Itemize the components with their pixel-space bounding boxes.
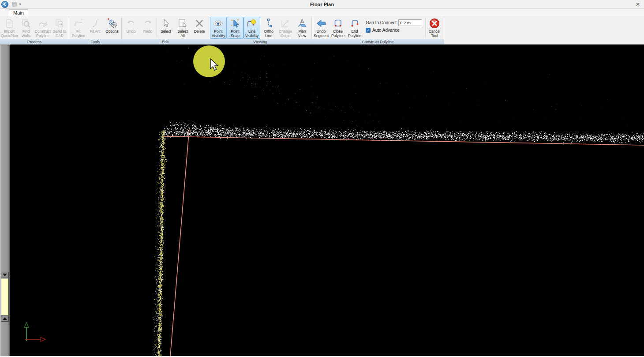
triangle-down-icon	[3, 274, 7, 276]
slider-down-button[interactable]	[1, 272, 9, 278]
close-button[interactable]: ✕	[634, 1, 641, 8]
options-icon: *	[107, 18, 117, 29]
ribbon-group-process: Import QuickPlanFind WallsConstruct Poly…	[0, 16, 69, 44]
ribbon-group-construct-polyline: Undo SegmentClose PolylineEnd PolylineGa…	[312, 16, 444, 44]
polyline-overlay	[0, 45, 644, 356]
group-label: Viewing	[209, 39, 311, 44]
point-snap-icon	[230, 18, 240, 29]
svg-text:A: A	[301, 18, 304, 23]
change-origin-button[interactable]: Change Origin	[277, 17, 294, 39]
button-label: Options	[105, 29, 118, 34]
button-label: Close Polyline	[330, 29, 345, 38]
find-walls-icon	[21, 18, 31, 29]
cancel-tool-icon	[429, 18, 440, 29]
import-quickplan-button[interactable]: Import QuickPlan	[1, 17, 18, 39]
axis-indicator-icon	[18, 309, 71, 349]
ribbon: Import QuickPlanFind WallsConstruct Poly…	[0, 16, 644, 45]
send-to-cad-button[interactable]: Send to CAD	[51, 17, 68, 39]
button-label: Plan View	[295, 29, 310, 38]
ortho-line-icon	[263, 18, 274, 29]
button-label: Point Visibility	[211, 29, 226, 38]
select-icon	[161, 18, 171, 29]
svg-text:*: *	[97, 18, 99, 22]
fit-polyline-icon: *	[73, 18, 84, 29]
button-label: Select	[161, 29, 171, 34]
ribbon-group-viewing: Point VisibilityPoint SnapLine Visibilit…	[209, 16, 312, 44]
cancel-tool-button[interactable]: Cancel Tool	[426, 17, 443, 39]
select-all-button[interactable]: Select All	[174, 17, 191, 39]
select-all-icon	[177, 18, 188, 29]
qat-dropdown-caret-icon[interactable]: ▼	[19, 3, 22, 6]
delete-icon	[194, 18, 205, 29]
line-visibility-button[interactable]: Line Visibility	[243, 17, 260, 39]
fit-arc-button[interactable]: *Fit Arc	[87, 17, 104, 39]
button-label: Select All	[175, 29, 190, 38]
point-snap-button[interactable]: Point Snap	[227, 17, 243, 39]
titlebar: ▼ Floor Plan ✕	[0, 0, 644, 9]
cursor-highlight-halo	[193, 45, 225, 77]
triangle-up-icon	[3, 317, 7, 320]
construct-polyline-options-panel: Gap to Connect✓Auto Advance	[363, 17, 425, 39]
fit-arc-icon: *	[90, 18, 101, 29]
close-polyline-icon	[333, 18, 343, 29]
fitted-wall-line-vertical	[170, 128, 189, 356]
select-button[interactable]: Select	[157, 17, 174, 39]
app-icon[interactable]	[12, 2, 17, 7]
point-visibility-icon	[213, 18, 224, 29]
floor-plan-window: ▼ Floor Plan ✕ Main Import QuickPlanFind…	[0, 0, 644, 357]
change-origin-icon	[280, 18, 291, 29]
group-separator	[425, 18, 426, 38]
button-label: Change Origin	[278, 29, 293, 38]
undo-button[interactable]: Undo	[123, 17, 139, 39]
button-label: Find Walls	[19, 29, 34, 38]
group-label: Tools	[69, 39, 121, 44]
auto-advance-label: Auto Advance	[372, 28, 400, 33]
window-title: Floor Plan	[0, 2, 644, 7]
button-label: Undo Segment	[314, 29, 329, 38]
back-chevron-icon	[3, 2, 7, 6]
delete-button[interactable]: Delete	[191, 17, 208, 39]
options-button[interactable]: *Options	[104, 17, 120, 39]
slider-range-track[interactable]	[1, 278, 9, 316]
auto-advance-checkbox[interactable]: ✓	[366, 28, 371, 33]
ortho-line-button[interactable]: Ortho Line	[260, 17, 277, 39]
redo-icon	[142, 18, 153, 29]
quick-access-toolbar: ▼	[12, 2, 22, 7]
viewport[interactable]	[0, 45, 644, 356]
slider-up-button[interactable]	[1, 316, 9, 322]
gap-to-connect-input[interactable]	[398, 19, 422, 26]
redo-button[interactable]: Redo	[139, 17, 156, 39]
close-polyline-button[interactable]: Close Polyline	[329, 17, 346, 39]
button-label: Ortho Line	[261, 29, 276, 38]
end-polyline-button[interactable]: End Polyline	[346, 17, 363, 39]
plan-view-button[interactable]: APlan View	[294, 17, 311, 39]
find-walls-button[interactable]: Find Walls	[18, 17, 34, 39]
button-label: Delete	[194, 29, 205, 34]
ribbon-tabstrip: Main	[0, 9, 644, 16]
ribbon-group-tools: *Fit Polyline*Fit Arc*OptionsTools	[69, 16, 122, 44]
button-label: Send to CAD	[52, 29, 67, 38]
left-scroll-strip[interactable]	[0, 45, 10, 356]
import-quickplan-icon	[4, 18, 15, 29]
plan-view-icon: A	[297, 18, 307, 29]
undo-segment-icon	[316, 18, 326, 29]
undo-segment-button[interactable]: Undo Segment	[313, 17, 329, 39]
point-visibility-button[interactable]: Point Visibility	[210, 17, 227, 39]
line-visibility-icon	[247, 18, 257, 29]
group-label: Construct Polyline	[312, 39, 444, 44]
button-label: Fit Polyline	[71, 29, 86, 38]
back-button[interactable]	[1, 1, 8, 8]
group-label: Process	[0, 39, 69, 44]
tab-main[interactable]: Main	[9, 9, 28, 16]
fit-polyline-button[interactable]: *Fit Polyline	[70, 17, 87, 39]
group-label: Edit	[122, 39, 209, 44]
button-label: Cancel Tool	[427, 29, 442, 38]
button-label: Import QuickPlan	[1, 29, 18, 38]
fitted-wall-line-horizontal	[164, 136, 644, 145]
button-label: Line Visibility	[244, 29, 259, 38]
gap-to-connect-label: Gap to Connect	[366, 20, 397, 25]
end-polyline-icon	[349, 18, 360, 29]
button-label: Construct Polyline	[35, 29, 51, 38]
button-label: Point Snap	[228, 29, 243, 38]
construct-polyline-button[interactable]: Construct Polyline	[34, 17, 51, 39]
